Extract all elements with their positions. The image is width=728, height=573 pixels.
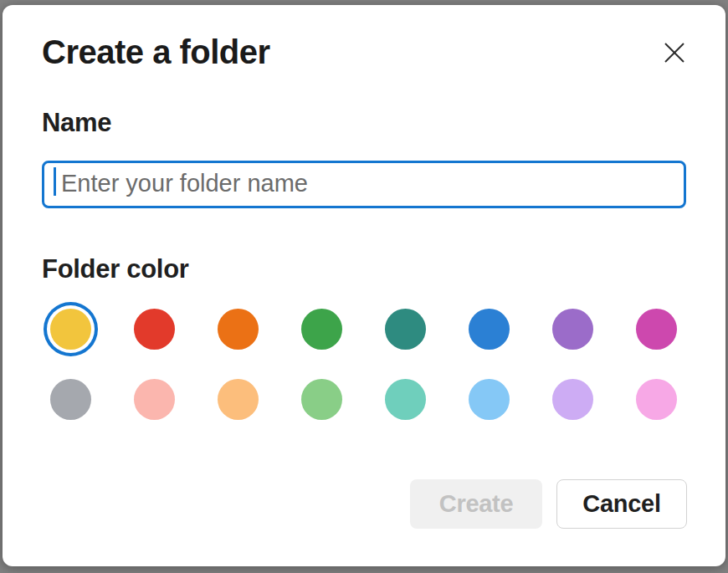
- close-icon: [664, 42, 685, 64]
- color-swatch-blue[interactable]: [469, 309, 510, 350]
- color-swatch-salmon[interactable]: [134, 379, 175, 420]
- color-swatch-magenta[interactable]: [636, 309, 677, 350]
- create-folder-dialog: Create a folder Name Folder color Create…: [3, 5, 725, 566]
- color-swatch-teal[interactable]: [385, 309, 426, 350]
- color-swatch-gray[interactable]: [50, 379, 91, 420]
- page-backdrop: { "dialog": { "title": "Create a folder"…: [0, 0, 728, 573]
- color-swatch-light-green[interactable]: [301, 379, 342, 420]
- dialog-title: Create a folder: [42, 33, 270, 71]
- folder-color-label: Folder color: [42, 253, 189, 284]
- folder-color-palette: [50, 309, 677, 420]
- color-swatch-purple[interactable]: [552, 309, 593, 350]
- color-swatch-mint[interactable]: [385, 379, 426, 420]
- color-swatch-yellow[interactable]: [50, 309, 91, 350]
- cancel-button[interactable]: Cancel: [556, 479, 687, 529]
- color-swatch-green[interactable]: [301, 309, 342, 350]
- color-swatch-peach[interactable]: [218, 379, 259, 420]
- color-swatch-red[interactable]: [134, 309, 175, 350]
- color-swatch-orange[interactable]: [218, 309, 259, 350]
- color-swatch-lavender[interactable]: [552, 379, 593, 420]
- color-swatch-light-pink[interactable]: [636, 379, 677, 420]
- name-label: Name: [42, 107, 111, 138]
- folder-name-input[interactable]: [42, 161, 686, 208]
- close-button[interactable]: [654, 33, 695, 73]
- create-button[interactable]: Create: [410, 479, 542, 529]
- color-swatch-light-blue[interactable]: [469, 379, 510, 420]
